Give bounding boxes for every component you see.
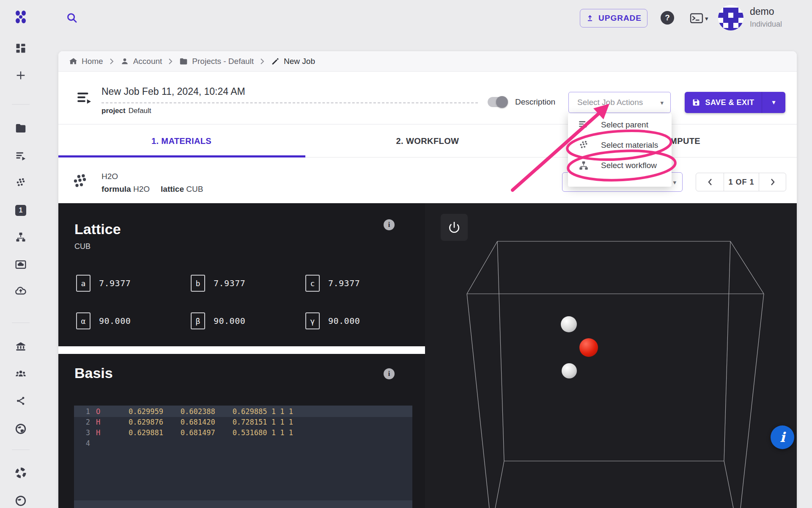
user-plan: Individual	[750, 20, 782, 29]
chevron-down-icon: ▾	[772, 99, 775, 106]
lattice-field-gamma[interactable]: γ 90.000	[305, 312, 360, 329]
identicon-image	[718, 5, 743, 30]
logo-icon[interactable]	[0, 9, 41, 25]
pagination-label: 1 OF 1	[724, 173, 759, 191]
basis-line[interactable]: 4	[74, 438, 412, 449]
help-icon[interactable]: ?	[661, 11, 674, 25]
sidebar-item-default-material[interactable]: 1	[0, 205, 41, 216]
material-meta: formula H2Olattice CUB	[102, 185, 203, 194]
home-icon	[69, 57, 78, 66]
save-icon	[692, 98, 700, 107]
viewer-info-button[interactable]: i	[771, 425, 794, 449]
prev-page-button[interactable]	[696, 173, 724, 191]
sidebar-item-organization[interactable]	[0, 340, 41, 352]
oxygen-atom[interactable]	[579, 338, 598, 357]
breadcrumb-account[interactable]: Account	[120, 57, 162, 66]
sidebar-divider	[12, 450, 30, 450]
sidebar-item-uploads[interactable]	[0, 284, 41, 297]
active-tab-indicator	[58, 155, 305, 157]
tab-materials[interactable]: 1. MATERIALS	[58, 124, 304, 157]
sidebar-item-projects[interactable]	[0, 122, 41, 135]
folder-icon	[179, 57, 188, 66]
upgrade-label: UPGRADE	[598, 14, 642, 23]
select-parent-icon	[578, 119, 589, 130]
sidebar-item-materials[interactable]	[0, 177, 41, 189]
sidebar-item-workflows[interactable]	[0, 231, 41, 243]
breadcrumb-home[interactable]: Home	[69, 57, 103, 66]
sidebar-item-share[interactable]	[0, 395, 41, 406]
sidebar-item-dashboard[interactable]	[0, 42, 41, 54]
tab-workflow[interactable]: 2. WORKFLOW	[304, 124, 551, 157]
hydrogen-atom[interactable]	[562, 363, 577, 378]
hydrogen-atom[interactable]	[561, 316, 577, 332]
save-dropdown-button[interactable]: ▾	[762, 92, 785, 113]
basis-editor[interactable]: 1 O 0.629959 0.602388 0.629885 1 1 1 2 H…	[74, 406, 412, 508]
project-line: projectDefault	[102, 107, 151, 115]
lattice-value: CUB	[186, 185, 203, 193]
sidebar-item-integrations[interactable]	[0, 467, 41, 479]
chevron-right-icon	[770, 178, 776, 186]
power-icon	[448, 221, 461, 234]
lattice-label: lattice	[161, 185, 184, 193]
breadcrumb-projects[interactable]: Projects - Default	[179, 57, 254, 66]
material-pagination: 1 OF 1	[696, 173, 786, 191]
lattice-field-beta[interactable]: β 90.000	[191, 312, 245, 329]
sidebar-divider	[12, 323, 30, 323]
lattice-field-a[interactable]: a 7.9377	[76, 275, 131, 292]
pencil-icon	[271, 57, 280, 66]
chevron-right-icon	[260, 58, 265, 65]
basis-line[interactable]: 2 H 0.629876 0.681420 0.728151 1 1 1	[74, 417, 412, 428]
viewer-power-button[interactable]	[441, 214, 468, 241]
avatar[interactable]	[718, 5, 743, 30]
basis-line[interactable]: 1 O 0.629959 0.602388 0.629885 1 1 1	[74, 406, 412, 417]
menu-item-select-workflow[interactable]: Select workflow	[568, 155, 672, 176]
sidebar-divider	[12, 104, 30, 105]
structure-viewer[interactable]: i	[425, 203, 797, 508]
menu-item-select-parent[interactable]: Select parent	[568, 115, 672, 135]
basis-title: Basis	[74, 365, 113, 381]
sidebar-item-jobs[interactable]	[0, 150, 41, 162]
user-name[interactable]: demo	[750, 6, 774, 17]
upload-icon	[586, 14, 594, 22]
lattice-field-c[interactable]: c 7.9377	[305, 275, 360, 292]
lattice-type: CUB	[74, 242, 91, 251]
lattice-field-alpha[interactable]: α 90.000	[76, 312, 131, 329]
save-exit-button[interactable]: SAVE & EXIT ▾	[685, 92, 785, 113]
sidebar-item-team[interactable]	[0, 367, 41, 380]
basis-line[interactable]: 3 H 0.629881 0.681497 0.531680 1 1 1	[74, 428, 412, 438]
sidebar: 1	[0, 0, 41, 508]
select-workflow-icon	[578, 160, 589, 171]
basis-info-icon[interactable]: i	[384, 368, 395, 379]
project-label: project	[102, 107, 126, 115]
one-badge-icon: 1	[15, 205, 26, 216]
sidebar-item-more[interactable]	[0, 494, 41, 507]
editor-bottom-bar	[74, 500, 412, 508]
description-label: Description	[515, 97, 555, 107]
lattice-info-icon[interactable]: i	[384, 219, 395, 230]
breadcrumb: Home Account Projects - Default	[58, 51, 797, 72]
sidebar-item-media[interactable]	[0, 258, 41, 271]
job-actions-select[interactable]: Select Job Actions ▾	[568, 92, 671, 113]
formula-value: H2O	[133, 185, 150, 193]
material-icon	[71, 173, 89, 194]
sidebar-item-web[interactable]	[0, 422, 41, 435]
lattice-title: Lattice	[74, 221, 121, 237]
menu-item-select-materials[interactable]: Select materials	[568, 135, 672, 155]
basis-panel: Basis i 1 O 0.629959 0.602388 0.629885 1…	[58, 354, 425, 508]
lattice-field-b[interactable]: b 7.9377	[191, 275, 245, 292]
title-separator	[102, 102, 478, 103]
sidebar-item-create[interactable]	[0, 69, 41, 81]
save-exit-main[interactable]: SAVE & EXIT	[685, 98, 762, 107]
upgrade-button[interactable]: UPGRADE	[580, 9, 647, 28]
console-menu-button[interactable]: ▾	[689, 12, 708, 25]
chevron-down-icon: ▾	[660, 99, 664, 106]
chevron-down-icon: ▾	[705, 15, 708, 22]
chevron-left-icon	[707, 178, 713, 186]
job-title[interactable]: New Job Feb 11, 2024, 10:24 AM	[102, 86, 245, 97]
select-materials-icon	[578, 140, 589, 151]
lattice-panel: Lattice i CUB a 7.9377 b 7.9377 c 7.9377…	[58, 203, 425, 346]
next-page-button[interactable]	[759, 173, 786, 191]
formula-label: formula	[102, 185, 131, 193]
search-icon[interactable]	[66, 11, 78, 26]
description-toggle[interactable]	[488, 97, 507, 107]
